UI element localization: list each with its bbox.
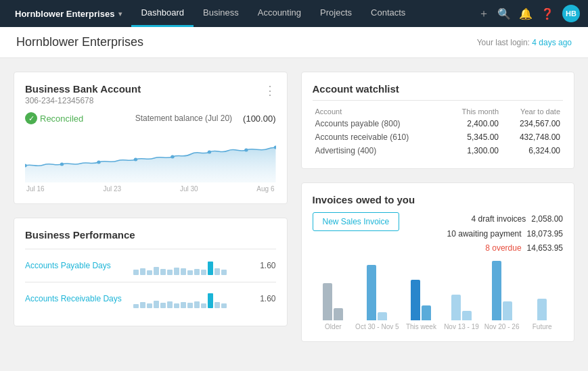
bp-label-receivable[interactable]: Accounts Receivable Days xyxy=(25,294,127,303)
bank-card-header: Business Bank Account 306-234-12345678 ⋮ xyxy=(25,83,276,105)
bar-week-1 xyxy=(411,280,420,320)
bar-label-oct: Oct 30 - Nov 5 xyxy=(355,323,399,330)
bell-icon[interactable]: 🔔 xyxy=(519,7,533,20)
bp-bar-highlight xyxy=(208,262,213,275)
bar-group-nov13: Nov 13 - 19 xyxy=(443,295,480,330)
nav-contacts[interactable]: Contacts xyxy=(361,0,415,27)
bp-bar xyxy=(140,268,145,275)
bar-nov13-1 xyxy=(451,295,461,320)
help-icon[interactable]: ❓ xyxy=(541,7,554,20)
watchlist-table: Account This month Year to date Accounts… xyxy=(313,106,564,157)
bp-bar xyxy=(167,301,173,308)
bar-label-thisweek: This week xyxy=(406,323,436,330)
reconciled-badge: ✓ Reconciled xyxy=(25,112,83,124)
bar-older-1 xyxy=(323,283,332,320)
nav-links: Dashboard Business Accounting Projects C… xyxy=(131,0,415,27)
bar-oct-1 xyxy=(367,265,376,320)
statement-label: Statement balance (Jul 20) xyxy=(135,114,232,123)
bar-group-future: Future xyxy=(524,299,560,330)
avatar[interactable]: HB xyxy=(562,5,580,22)
bar-label-nov13: Nov 13 - 19 xyxy=(444,323,479,330)
page-title: Hornblower Enterprises xyxy=(16,35,143,49)
brand-button[interactable]: Hornblower Enterprises ▾ xyxy=(8,9,129,19)
bp-bar xyxy=(133,304,139,308)
new-invoice-button[interactable]: New Sales Invoice xyxy=(313,212,400,231)
bp-bar xyxy=(181,302,186,308)
bank-card-title: Business Bank Account xyxy=(25,83,141,95)
watchlist-month-3: 1,300.00 xyxy=(445,144,501,157)
bp-bar xyxy=(167,270,173,275)
invoices-title: Invoices owed to you xyxy=(313,194,564,205)
bp-bar xyxy=(160,269,166,275)
bp-bars-receivable xyxy=(133,289,249,308)
watchlist-row: Accounts receivable (610) 5,345.00 432,7… xyxy=(313,130,564,144)
bar-week-2 xyxy=(422,305,431,320)
last-login: Your last login: 4 days ago xyxy=(477,38,572,47)
statement-balance: (100.00) xyxy=(243,114,275,124)
chart-label-2: Jul 23 xyxy=(103,185,121,193)
bp-bar xyxy=(174,303,179,308)
check-icon: ✓ xyxy=(25,112,37,124)
main-nav: Hornblower Enterprises ▾ Dashboard Busin… xyxy=(0,0,588,27)
invoice-stat-drafts: 4 draft invoices 2,058.00 xyxy=(447,212,563,227)
watchlist-title: Account watchlist xyxy=(313,83,564,95)
bp-bar xyxy=(201,270,206,275)
bp-value-payable: 1.60 xyxy=(256,261,276,270)
bp-bars-payable xyxy=(133,256,249,275)
watchlist-header-month: This month xyxy=(445,106,501,117)
main-content: Business Bank Account 306-234-12345678 ⋮… xyxy=(0,58,588,355)
bp-bar xyxy=(214,302,220,308)
bank-card-account-number: 306-234-12345678 xyxy=(25,96,141,105)
brand-chevron: ▾ xyxy=(118,10,122,18)
last-login-link[interactable]: 4 days ago xyxy=(532,38,572,47)
watchlist-ytd-2: 432,748.00 xyxy=(501,130,563,144)
reconciled-label: Reconciled xyxy=(40,114,83,124)
bp-bar xyxy=(174,268,179,275)
watchlist-ytd-3: 6,324.00 xyxy=(501,144,563,157)
invoices-bar-chart: Older Oct 30 - Nov 5 This week xyxy=(313,263,564,330)
watchlist-account-3: Advertising (400) xyxy=(313,144,445,157)
invoice-stat-overdue: 8 overdue 14,653.95 xyxy=(447,241,563,256)
nav-right: ＋ 🔍 🔔 ❓ HB xyxy=(478,5,580,22)
bp-bar xyxy=(133,270,139,275)
overdue-label: 8 overdue xyxy=(485,241,521,256)
bp-bar xyxy=(194,269,200,275)
watchlist-ytd-1: 234,567.00 xyxy=(501,117,563,130)
bank-card-menu-icon[interactable]: ⋮ xyxy=(264,83,276,98)
bar-older-2 xyxy=(334,308,343,320)
add-icon[interactable]: ＋ xyxy=(478,7,489,21)
bar-oct-2 xyxy=(378,312,387,320)
business-performance-card: Business Performance Accounts Payable Da… xyxy=(14,218,288,326)
svg-point-6 xyxy=(244,149,248,152)
watchlist-account-1: Accounts payable (800) xyxy=(313,117,445,130)
watchlist-header-ytd: Year to date xyxy=(501,106,563,117)
bar-label-nov20: Nov 20 - 26 xyxy=(484,323,520,330)
search-icon[interactable]: 🔍 xyxy=(497,7,511,20)
drafts-label: 4 draft invoices xyxy=(472,212,526,227)
bar-label-future: Future xyxy=(533,323,552,330)
svg-point-2 xyxy=(97,161,100,164)
overdue-value: 14,653.95 xyxy=(527,241,563,256)
bp-label-payable[interactable]: Accounts Payable Days xyxy=(25,261,127,270)
watchlist-header-account: Account xyxy=(313,106,445,117)
bp-bar xyxy=(154,267,159,275)
chart-label-1: Jul 16 xyxy=(26,185,45,193)
reconciled-row: ✓ Reconciled Statement balance (Jul 20) … xyxy=(25,112,276,124)
bar-nov20-1 xyxy=(492,261,501,320)
svg-point-5 xyxy=(208,151,211,154)
bp-bar-highlight xyxy=(208,293,213,308)
bank-area-chart xyxy=(25,128,276,182)
bp-title: Business Performance xyxy=(25,229,276,241)
bar-label-older: Older xyxy=(325,323,341,330)
nav-accounting[interactable]: Accounting xyxy=(248,0,311,27)
last-login-text: Your last login: xyxy=(477,38,530,47)
bar-nov13-2 xyxy=(462,311,472,320)
bar-group-older: Older xyxy=(315,283,352,330)
nav-dashboard[interactable]: Dashboard xyxy=(131,0,194,27)
drafts-value: 2,058.00 xyxy=(531,212,563,227)
nav-projects[interactable]: Projects xyxy=(311,0,361,27)
bar-future-1 xyxy=(537,299,547,320)
bp-bar xyxy=(214,268,220,275)
nav-business[interactable]: Business xyxy=(194,0,248,27)
bp-value-receivable: 1.60 xyxy=(256,294,276,303)
